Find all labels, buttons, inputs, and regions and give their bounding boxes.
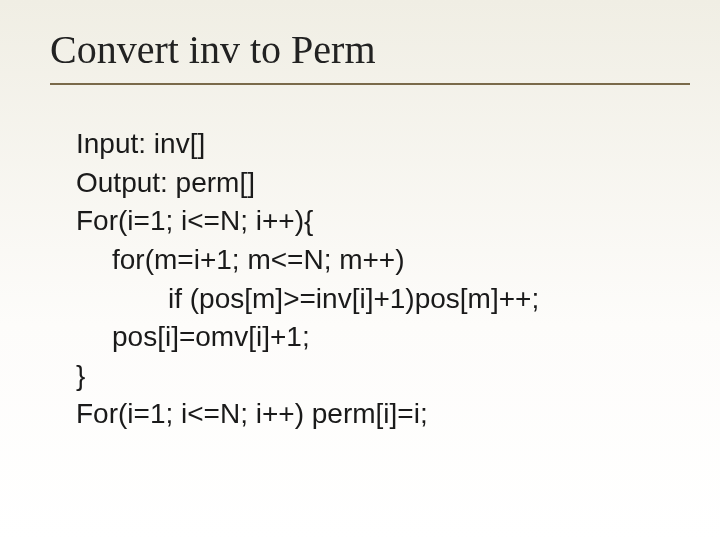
slide-title: Convert inv to Perm [50,20,670,83]
slide: Convert inv to Perm Input: inv[] Output:… [0,0,720,540]
code-line: for(m=i+1; m<=N; m++) [76,241,670,280]
code-line: } [76,357,670,396]
code-line: if (pos[m]>=inv[i]+1)pos[m]++; [76,280,670,319]
slide-body: Input: inv[] Output: perm[] For(i=1; i<=… [50,125,670,434]
code-line: Input: inv[] [76,125,670,164]
code-line: pos[i]=omv[i]+1; [76,318,670,357]
code-line: Output: perm[] [76,164,670,203]
code-line: For(i=1; i<=N; i++){ [76,202,670,241]
title-underline [50,83,690,85]
code-line: For(i=1; i<=N; i++) perm[i]=i; [76,395,670,434]
